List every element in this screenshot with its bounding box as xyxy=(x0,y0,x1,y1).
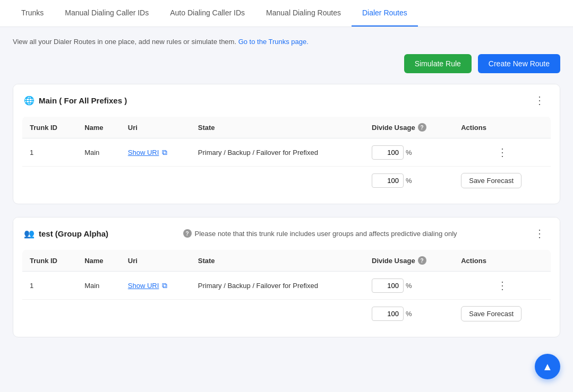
col-state-2: State xyxy=(191,250,364,272)
cell-state-1: Primary / Backup / Failover for Prefixed xyxy=(191,138,364,167)
fab-icon: ▲ xyxy=(542,361,553,361)
divide-usage-input-2-2[interactable] xyxy=(372,307,404,321)
header-actions: Simulate Rule Create New Route xyxy=(13,54,560,73)
route-card-test-title: 👥 test (Group Alpha) xyxy=(24,229,108,239)
tab-trunks[interactable]: Trunks xyxy=(11,0,54,27)
table-row: 1 Main Show URI ⧉ Primary / Backup / Fai… xyxy=(22,272,551,300)
route-card-main-menu-button[interactable]: ⋮ xyxy=(530,93,549,108)
route-card-main: 🌐 Main ( For All Prefixes ) ⋮ Trunk ID N… xyxy=(13,84,560,204)
route-card-main-title: 🌐 Main ( For All Prefixes ) xyxy=(24,95,127,106)
route-card-test-menu-button[interactable]: ⋮ xyxy=(530,226,549,241)
show-uri-link-1[interactable]: Show URI xyxy=(128,149,159,156)
table-row-forecast-1: % Save Forecast xyxy=(22,167,551,195)
tab-dialer-routes[interactable]: Dialer Routes xyxy=(352,0,418,27)
route-table-main: Trunk ID Name Uri State Divide Usage ? A… xyxy=(22,116,551,195)
table-row-forecast-2: % Save Forecast xyxy=(22,300,551,328)
cell-state-2: Primary / Backup / Failover for Prefixed xyxy=(191,272,364,300)
notice-help-icon[interactable]: ? xyxy=(183,229,192,238)
col-actions-1: Actions xyxy=(454,117,551,138)
page-description: View all your Dialer Routes in one place… xyxy=(13,38,560,46)
route-card-test-header: 👥 test (Group Alpha) ? Please note that … xyxy=(13,217,560,249)
col-divide-usage-1: Divide Usage ? xyxy=(364,117,454,138)
col-trunk-id-2: Trunk ID xyxy=(22,250,78,272)
cell-divide-usage-row2-2: % xyxy=(364,300,454,328)
col-divide-usage-2: Divide Usage ? xyxy=(364,250,454,272)
route-card-test: 👥 test (Group Alpha) ? Please note that … xyxy=(13,217,560,337)
col-name-2: Name xyxy=(77,250,121,272)
divide-usage-help-icon-2[interactable]: ? xyxy=(418,256,426,265)
col-state-1: State xyxy=(191,117,364,138)
cell-uri-2: Show URI ⧉ xyxy=(121,272,191,300)
col-uri-1: Uri xyxy=(121,117,191,138)
save-forecast-button-1[interactable]: Save Forecast xyxy=(461,173,521,188)
pct-label-2-1: % xyxy=(406,282,412,290)
route-card-test-table-wrapper: Trunk ID Name Uri State Divide Usage ? A… xyxy=(13,249,560,337)
cell-actions-2: ⋮ xyxy=(454,272,551,300)
cell-name-2: Main xyxy=(77,272,121,300)
row-actions-button-1[interactable]: ⋮ xyxy=(493,145,512,160)
col-name-1: Name xyxy=(77,117,121,138)
copy-uri-icon-1[interactable]: ⧉ xyxy=(162,148,167,157)
group-icon: 👥 xyxy=(24,229,35,239)
divide-usage-input-1-1[interactable] xyxy=(372,145,404,160)
cell-trunk-id-1: 1 xyxy=(22,138,78,167)
route-card-main-table-wrapper: Trunk ID Name Uri State Divide Usage ? A… xyxy=(13,116,560,204)
cell-divide-usage-row1-2: % xyxy=(364,272,454,300)
cell-save-forecast-1: Save Forecast xyxy=(454,167,551,195)
cell-actions-1: ⋮ xyxy=(454,138,551,167)
create-new-route-button[interactable]: Create New Route xyxy=(478,54,560,73)
cell-empty-2 xyxy=(22,300,365,328)
copy-uri-icon-2[interactable]: ⧉ xyxy=(162,281,167,290)
route-card-test-notice: ? Please note that this trunk rule inclu… xyxy=(182,229,457,238)
cell-save-forecast-2: Save Forecast xyxy=(454,300,551,328)
show-uri-link-2[interactable]: Show URI xyxy=(128,282,159,290)
page-content: View all your Dialer Routes in one place… xyxy=(0,27,573,361)
tab-auto-dialing-caller-ids[interactable]: Auto Dialing Caller IDs xyxy=(159,0,255,27)
col-actions-2: Actions xyxy=(454,250,551,272)
simulate-rule-button[interactable]: Simulate Rule xyxy=(404,54,472,73)
cell-trunk-id-2: 1 xyxy=(22,272,78,300)
nav-tabs: Trunks Manual Dialing Caller IDs Auto Di… xyxy=(0,0,573,27)
tab-manual-dialing-routes[interactable]: Manual Dialing Routes xyxy=(255,0,352,27)
cell-divide-usage-row2-1: % xyxy=(364,167,454,195)
trunks-page-link[interactable]: Go to the Trunks page. xyxy=(238,38,309,46)
divide-usage-help-icon-1[interactable]: ? xyxy=(418,123,426,132)
cell-uri-1: Show URI ⧉ xyxy=(121,138,191,167)
divide-usage-input-1-2[interactable] xyxy=(372,173,404,188)
cell-empty-1 xyxy=(22,167,365,195)
divide-usage-input-2-1[interactable] xyxy=(372,278,404,293)
col-uri-2: Uri xyxy=(121,250,191,272)
tab-manual-dialing-caller-ids[interactable]: Manual Dialing Caller IDs xyxy=(54,0,159,27)
pct-label-2-2: % xyxy=(406,310,412,318)
save-forecast-button-2[interactable]: Save Forecast xyxy=(461,306,521,321)
route-table-test: Trunk ID Name Uri State Divide Usage ? A… xyxy=(22,249,551,328)
route-card-main-header: 🌐 Main ( For All Prefixes ) ⋮ xyxy=(13,84,560,116)
cell-divide-usage-row1-1: % xyxy=(364,138,454,167)
cell-name-1: Main xyxy=(77,138,121,167)
row-actions-button-2[interactable]: ⋮ xyxy=(493,278,512,293)
pct-label-1-2: % xyxy=(406,177,412,185)
pct-label-1-1: % xyxy=(406,149,412,156)
table-row: 1 Main Show URI ⧉ Primary / Backup / Fai… xyxy=(22,138,551,167)
globe-icon: 🌐 xyxy=(24,95,35,106)
col-trunk-id-1: Trunk ID xyxy=(22,117,78,138)
